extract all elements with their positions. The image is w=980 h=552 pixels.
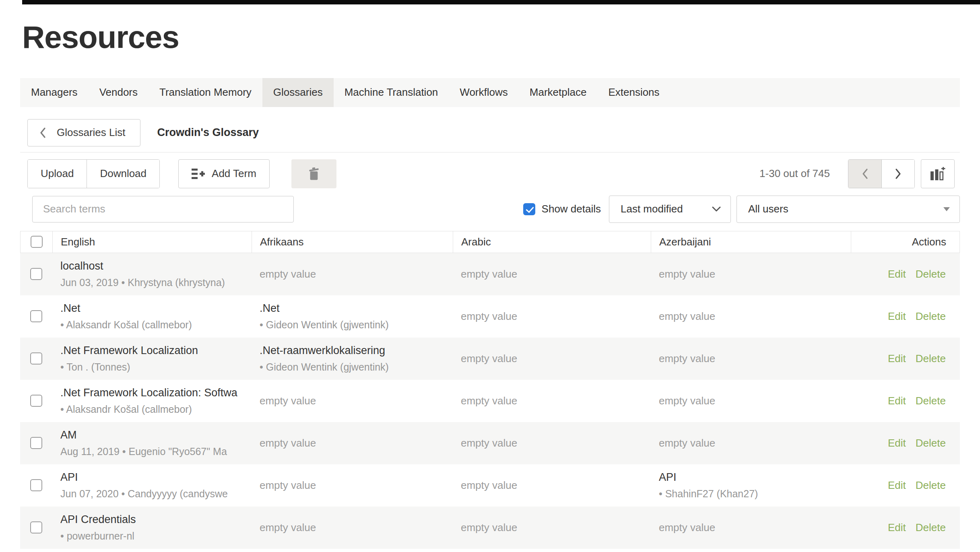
select-all-checkbox[interactable] xyxy=(31,236,43,248)
term-text: localhost xyxy=(60,259,249,273)
tab-translation-memory[interactable]: Translation Memory xyxy=(149,78,262,107)
empty-value-label: empty value xyxy=(260,268,450,280)
row-checkbox-cell xyxy=(20,422,52,464)
page-title: Resources xyxy=(22,21,960,54)
glossary-header: Glossaries List Crowdin's Glossary xyxy=(20,119,960,146)
prev-page-button[interactable] xyxy=(848,160,881,188)
term-text: API Credentials xyxy=(60,513,249,526)
tab-marketplace[interactable]: Marketplace xyxy=(519,78,598,107)
term-text: API xyxy=(60,470,249,484)
table-row: .Net• Alaksandr Košal (callmebor).Net• G… xyxy=(20,295,960,338)
manage-columns-button[interactable] xyxy=(921,159,955,188)
row-actions: EditDelete xyxy=(851,295,960,338)
row-checkbox[interactable] xyxy=(30,310,42,322)
cell-afrikaans: empty value xyxy=(252,464,453,507)
cell-azerbaijani: empty value xyxy=(651,380,851,422)
search-input[interactable] xyxy=(32,196,294,222)
empty-value-label: empty value xyxy=(260,479,450,492)
sort-selected-value: Last modified xyxy=(621,203,683,215)
table-row: localhostJun 03, 2019 • Khrystyna (khrys… xyxy=(20,253,960,295)
row-checkbox[interactable] xyxy=(30,479,42,491)
row-actions: EditDelete xyxy=(851,338,960,380)
chevron-right-icon xyxy=(895,168,902,179)
empty-value-label: empty value xyxy=(659,395,848,407)
upload-button[interactable]: Upload xyxy=(28,160,87,188)
tab-managers[interactable]: Managers xyxy=(20,78,89,107)
delete-link[interactable]: Delete xyxy=(916,310,946,323)
column-header-afrikaans: Afrikaans xyxy=(252,231,453,253)
empty-value-label: empty value xyxy=(659,352,848,365)
empty-value-label: empty value xyxy=(659,437,848,449)
delete-link[interactable]: Delete xyxy=(916,437,946,449)
delete-link[interactable]: Delete xyxy=(916,521,946,534)
column-header-arabic: Arabic xyxy=(453,231,651,253)
cell-afrikaans: empty value xyxy=(252,422,453,464)
pagination-range: 1-30 out of 745 xyxy=(759,167,830,180)
caret-down-icon xyxy=(943,207,950,211)
tab-glossaries[interactable]: Glossaries xyxy=(262,78,334,107)
term-text: .Net Framework Localization xyxy=(60,344,249,357)
column-header-actions: Actions xyxy=(851,231,959,253)
next-page-button[interactable] xyxy=(881,160,914,188)
term-text: .Net-raamwerklokalisering xyxy=(260,344,450,357)
row-checkbox[interactable] xyxy=(30,268,42,280)
row-actions: EditDelete xyxy=(851,507,960,549)
show-details-toggle[interactable]: Show details xyxy=(523,203,601,215)
tab-machine-translation[interactable]: Machine Translation xyxy=(334,78,449,107)
back-to-glossaries-button[interactable]: Glossaries List xyxy=(27,119,140,146)
download-button[interactable]: Download xyxy=(87,160,159,188)
back-button-label: Glossaries List xyxy=(57,126,126,139)
row-checkbox-cell xyxy=(20,253,52,295)
empty-value-label: empty value xyxy=(461,437,648,449)
tab-extensions[interactable]: Extensions xyxy=(597,78,670,107)
tab-vendors[interactable]: Vendors xyxy=(89,78,149,107)
term-meta: Jun 07, 2020 • Candyyyyy (candyswe xyxy=(60,487,249,500)
empty-value-label: empty value xyxy=(659,268,848,280)
row-checkbox[interactable] xyxy=(30,521,42,533)
term-text: .Net xyxy=(60,301,249,315)
edit-link[interactable]: Edit xyxy=(888,437,906,449)
row-checkbox-cell xyxy=(20,380,52,422)
sort-select[interactable]: Last modified xyxy=(609,196,731,223)
tab-workflows[interactable]: Workflows xyxy=(449,78,518,107)
cell-afrikaans: empty value xyxy=(252,507,453,549)
empty-value-label: empty value xyxy=(461,479,648,492)
row-checkbox[interactable] xyxy=(30,437,42,449)
columns-icon xyxy=(930,167,945,181)
cell-afrikaans: empty value xyxy=(252,253,453,295)
table-row: API Credentials• powerburner-nlempty val… xyxy=(20,507,960,549)
delete-link[interactable]: Delete xyxy=(916,395,946,407)
edit-link[interactable]: Edit xyxy=(888,352,906,365)
delete-link[interactable]: Delete xyxy=(916,352,946,365)
delete-link[interactable]: Delete xyxy=(916,268,946,280)
edit-link[interactable]: Edit xyxy=(888,395,906,407)
cell-arabic: empty value xyxy=(453,507,651,549)
glossary-table: English Afrikaans Arabic Azerbaijani Act… xyxy=(20,231,960,549)
table-row: .Net Framework Localization• Ton . (Tonn… xyxy=(20,338,960,380)
edit-link[interactable]: Edit xyxy=(888,479,906,492)
term-meta: • powerburner-nl xyxy=(60,529,249,542)
row-checkbox[interactable] xyxy=(30,352,42,365)
cell-azerbaijani: empty value xyxy=(651,253,851,295)
empty-value-label: empty value xyxy=(461,395,648,407)
empty-value-label: empty value xyxy=(461,310,648,323)
add-list-icon xyxy=(192,168,205,179)
chevron-left-icon xyxy=(39,127,46,139)
delete-link[interactable]: Delete xyxy=(916,479,946,492)
column-header-azerbaijani: Azerbaijani xyxy=(651,231,851,253)
row-checkbox[interactable] xyxy=(30,395,42,407)
row-actions: EditDelete xyxy=(851,422,960,464)
cell-azerbaijani: empty value xyxy=(651,507,851,549)
cell-afrikaans: .Net-raamwerklokalisering• Gideon Wentin… xyxy=(252,338,453,380)
edit-link[interactable]: Edit xyxy=(888,310,906,323)
row-actions: EditDelete xyxy=(851,380,960,422)
add-term-button[interactable]: Add Term xyxy=(178,159,270,188)
edit-link[interactable]: Edit xyxy=(888,521,906,534)
delete-selected-button[interactable] xyxy=(291,159,336,188)
edit-link[interactable]: Edit xyxy=(888,268,906,280)
row-checkbox-cell xyxy=(20,338,52,380)
term-meta: • Gideon Wentink (gjwentink) xyxy=(260,360,450,373)
show-details-checkbox[interactable] xyxy=(523,203,535,215)
users-filter-select[interactable]: All users xyxy=(737,196,960,223)
cell-arabic: empty value xyxy=(453,253,651,295)
